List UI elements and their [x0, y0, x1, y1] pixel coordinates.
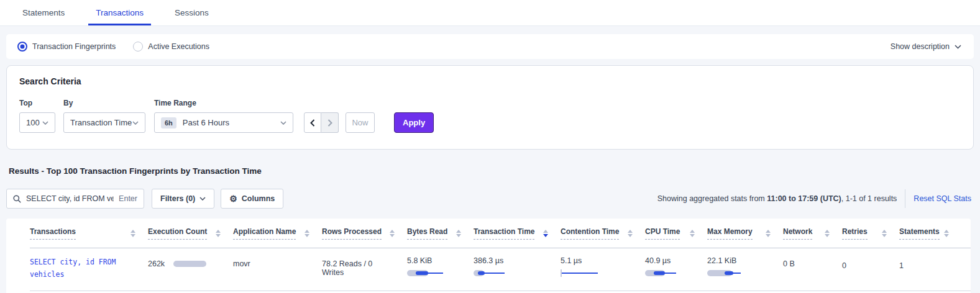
show-description-toggle[interactable]: Show description [891, 42, 961, 51]
statements-cell: 1 [899, 256, 961, 270]
time-range-next-button[interactable] [321, 112, 339, 133]
sort-icon[interactable] [628, 230, 633, 237]
sort-icon[interactable] [456, 230, 461, 237]
retries-cell: 0 [842, 256, 899, 270]
sort-icon[interactable] [216, 230, 221, 237]
time-range-prev-button[interactable] [304, 112, 321, 133]
gear-icon: ⚙ [229, 194, 237, 203]
time-range-label: Time Range [154, 99, 304, 107]
results-heading: Results - Top 100 Transaction Fingerprin… [9, 166, 980, 176]
column-header-transaction-time[interactable]: Transaction Time [474, 227, 561, 240]
column-header-execution-count[interactable]: Execution Count [148, 227, 233, 240]
columns-button[interactable]: ⚙ Columns [221, 189, 283, 209]
application-name-cell: movr [233, 256, 322, 268]
sort-icon[interactable] [766, 230, 771, 237]
vertical-divider [905, 189, 905, 208]
top-select[interactable]: 100 [19, 112, 55, 133]
sort-icon[interactable] [305, 230, 309, 237]
reset-sql-stats-link[interactable]: Reset SQL Stats [914, 194, 971, 203]
time-range-badge: 6h [161, 117, 176, 128]
sort-icon[interactable] [944, 230, 949, 237]
rows-processed-cell: 78.2 Reads / 0 Writes [322, 256, 407, 277]
search-input[interactable] [26, 194, 114, 203]
bytes-read-cell: 5.8 KiB [407, 256, 474, 277]
radio-selected-icon[interactable] [17, 42, 27, 52]
apply-button[interactable]: Apply [394, 112, 434, 133]
execution-count-bar [173, 261, 206, 267]
show-description-label: Show description [891, 42, 950, 51]
column-header-statements[interactable]: Statements [899, 227, 961, 240]
column-header-retries[interactable]: Retries [842, 227, 899, 240]
time-range-value: Past 6 Hours [183, 118, 229, 127]
max-memory-barchart [707, 269, 771, 277]
radio-label: Transaction Fingerprints [32, 42, 116, 51]
column-header-application-name[interactable]: Application Name [233, 227, 322, 240]
chevron-down-icon [42, 121, 48, 125]
transaction-fingerprint-link[interactable]: SELECT city, id FROM vehicles [30, 256, 128, 281]
filters-label: Filters (0) [160, 194, 195, 203]
aggregated-stats-text: Showing aggregated stats from 11:00 to 1… [657, 194, 897, 203]
top-label: Top [19, 99, 63, 107]
tab-transactions[interactable]: Transactions [88, 0, 151, 25]
network-cell: 0 B [783, 256, 842, 268]
search-box[interactable]: Enter [6, 189, 144, 209]
radio-active-executions[interactable]: Active Executions [133, 42, 209, 52]
cpu-time-barchart [645, 269, 695, 277]
table-header-row: Transactions Execution Count Application… [30, 219, 971, 248]
sort-icon[interactable] [131, 230, 135, 237]
bytes-read-barchart [407, 269, 461, 277]
search-enter-hint: Enter [119, 194, 137, 203]
results-table: Transactions Execution Count Application… [6, 219, 971, 293]
columns-label: Columns [242, 194, 275, 203]
column-header-network[interactable]: Network [783, 227, 842, 240]
chevron-down-icon [199, 197, 206, 201]
execution-count-cell: 262k [148, 256, 233, 268]
chevron-down-icon [280, 121, 286, 125]
search-icon [13, 195, 21, 203]
radio-transaction-fingerprints[interactable]: Transaction Fingerprints [17, 42, 116, 52]
column-header-rows-processed[interactable]: Rows Processed [322, 227, 407, 240]
tab-statements[interactable]: Statements [15, 0, 72, 25]
filters-button[interactable]: Filters (0) [152, 189, 214, 209]
sort-icon[interactable] [690, 230, 695, 237]
search-criteria-title: Search Criteria [19, 76, 961, 86]
sort-icon[interactable] [390, 230, 395, 237]
transaction-time-barchart [474, 269, 548, 277]
chevron-down-icon [955, 45, 961, 49]
contention-time-cell: 5.1 µs [561, 256, 645, 277]
by-select[interactable]: Transaction Time [63, 112, 145, 133]
column-header-bytes-read[interactable]: Bytes Read [407, 227, 474, 240]
sort-icon-active-desc[interactable] [543, 230, 548, 237]
column-header-contention-time[interactable]: Contention Time [561, 227, 645, 240]
page-tab-bar: Statements Transactions Sessions [0, 0, 980, 26]
now-button[interactable]: Now [346, 112, 375, 133]
column-header-cpu-time[interactable]: CPU Time [645, 227, 707, 240]
by-select-value: Transaction Time [70, 118, 132, 127]
column-header-transactions[interactable]: Transactions [30, 227, 148, 240]
column-header-max-memory[interactable]: Max Memory [707, 227, 783, 240]
contention-time-barchart [561, 269, 633, 277]
time-range-select[interactable]: 6h Past 6 Hours [154, 112, 293, 133]
sort-icon[interactable] [882, 230, 887, 237]
by-label: By [63, 99, 154, 107]
tab-sessions[interactable]: Sessions [167, 0, 216, 25]
table-row: SELECT city, id FROM vehicles 262k movr … [30, 248, 971, 291]
sort-icon[interactable] [825, 230, 830, 237]
radio-label: Active Executions [148, 42, 209, 51]
results-toolbar: Enter Filters (0) ⚙ Columns Showing aggr… [6, 189, 971, 209]
search-criteria-panel: Search Criteria Top 100 By Transaction T… [6, 65, 974, 150]
view-toggle-bar: Transaction Fingerprints Active Executio… [6, 34, 974, 59]
cpu-time-cell: 40.9 µs [645, 256, 707, 277]
top-select-value: 100 [26, 118, 40, 127]
radio-unselected-icon[interactable] [133, 42, 143, 52]
chevron-down-icon [132, 121, 139, 125]
transaction-time-cell: 386.3 µs [474, 256, 561, 277]
max-memory-cell: 22.1 KiB [707, 256, 783, 277]
